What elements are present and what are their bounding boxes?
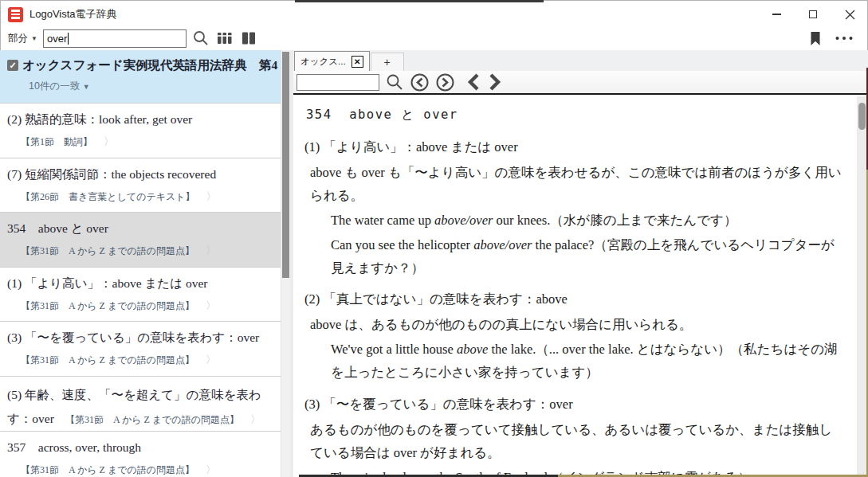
viewer-toolbar: [293, 71, 868, 95]
search-input[interactable]: over: [43, 29, 187, 48]
minimize-button[interactable]: [758, 2, 795, 26]
result-item[interactable]: (1) 「より高い」：above または over 【第31節 A から Z ま…: [0, 267, 290, 322]
match-count-dropdown[interactable]: 10件の一致 ▼: [29, 80, 279, 93]
scrollbar-thumb[interactable]: [282, 52, 289, 278]
maximize-button[interactable]: [795, 2, 831, 26]
results-header[interactable]: ✓ オックスフォード実例現代英語用法辞典 第4 10件の一致 ▼: [0, 50, 290, 103]
search-toolbar: 部分 ▼ over: [0, 26, 868, 50]
checkbox-checked-icon[interactable]: ✓: [7, 60, 18, 71]
app-window: LogoVista電子辞典 部分 ▼ over: [0, 0, 868, 477]
content-scrollbar[interactable]: [857, 96, 866, 475]
chevron-right-icon: 〉: [250, 413, 261, 425]
result-section: 【第1節 動詞】: [21, 136, 92, 147]
result-section: 【第31節 A から Z までの語の問題点】: [21, 245, 194, 256]
result-title: (3) 「〜を覆っている」の意味を表わす：over: [7, 328, 282, 347]
page-search-input[interactable]: [297, 74, 379, 91]
result-title: (2) 熟語的意味：look after, get over: [7, 110, 282, 129]
result-section: 【第26節 書き言葉としてのテキスト】: [21, 191, 195, 202]
scrollbar-thumb[interactable]: [858, 103, 866, 130]
split-view-icon[interactable]: [240, 30, 257, 46]
entry-heading: 354 above と over: [306, 104, 844, 126]
chevron-right-icon: 〉: [206, 244, 216, 256]
entry-subhead: (3) 「〜を覆っている」の意味を表わす：over: [304, 393, 844, 416]
result-section: 【第31節 A から Z までの語の問題点】: [21, 354, 194, 366]
chevron-down-icon: ▼: [31, 35, 37, 42]
entry-subhead: (1) 「より高い」：above または over: [304, 136, 844, 159]
next-entry-icon[interactable]: [487, 72, 503, 92]
viewer-panel: オックス... ✕ +: [293, 50, 868, 477]
entry-para: above は、あるものが他のものの真上にない場合に用いられる。: [310, 314, 844, 337]
result-title: 354 above と over: [7, 219, 282, 238]
results-list: (2) 熟語的意味：look after, get over 【第1節 動詞】〉…: [0, 103, 290, 477]
chevron-right-icon: 〉: [206, 299, 216, 311]
dictionary-title: オックスフォード実例現代英語用法辞典 第4: [22, 57, 277, 74]
main-area: ✓ オックスフォード実例現代英語用法辞典 第4 10件の一致 ▼ (2) 熟語的…: [0, 50, 868, 477]
search-value: over: [47, 33, 67, 45]
close-button[interactable]: [831, 2, 868, 26]
results-panel: ✓ オックスフォード実例現代英語用法辞典 第4 10件の一致 ▼ (2) 熟語的…: [0, 50, 293, 477]
chevron-right-icon: 〉: [206, 463, 216, 475]
result-item[interactable]: 357 across, over, through 【第31節 A から Z ま…: [0, 431, 290, 477]
entry-example: We've got a little house above the lake.…: [331, 338, 844, 385]
prev-entry-icon[interactable]: [465, 72, 481, 92]
tab-bar: オックス... ✕ +: [293, 50, 868, 71]
tab-dictionary[interactable]: オックス... ✕: [294, 51, 370, 71]
search-icon[interactable]: [192, 29, 210, 47]
window-controls: [758, 2, 868, 26]
chevron-right-icon: 〉: [206, 354, 216, 366]
entry-example: The water came up above/over our knees.（…: [331, 209, 844, 233]
toolbar-right: [809, 31, 868, 46]
entry-example: Can you see the helicopter above/over th…: [331, 234, 844, 280]
search-mode-dropdown[interactable]: 部分 ▼: [8, 32, 37, 45]
entry-para: あるものが他のものを覆っていて接触している、あるいは覆っているか、または接触して…: [310, 419, 844, 465]
desktop-sliver-top: [295, 0, 544, 2]
match-count-label: 10件の一致: [29, 80, 80, 92]
entry-para: above も over も「〜より高い」の意味を表わせるが、この意味では前者の…: [310, 162, 844, 208]
result-item[interactable]: (5) 年齢、速度、「〜を超えて」の意味を表わす：over 【第31節 A から…: [0, 376, 290, 431]
more-menu-icon[interactable]: [835, 36, 854, 41]
chevron-right-icon: 〉: [104, 135, 114, 147]
result-item[interactable]: (2) 熟語的意味：look after, get over 【第1節 動詞】〉: [0, 103, 290, 158]
search-mode-label: 部分: [8, 32, 28, 45]
close-tab-icon[interactable]: ✕: [352, 56, 363, 68]
results-scrollbar[interactable]: [281, 50, 290, 477]
result-title: 357 across, over, through: [7, 438, 282, 457]
app-logo-icon: [8, 7, 23, 22]
chevron-right-icon: 〉: [206, 190, 217, 202]
result-item[interactable]: 354 above と over 【第31節 A から Z までの語の問題点】〉: [0, 212, 290, 267]
result-title: (1) 「より高い」：above または over: [7, 274, 282, 293]
bookshelf-icon[interactable]: [215, 30, 234, 46]
result-section: 【第31節 A から Z までの語の問題点】: [21, 300, 194, 311]
chevron-down-icon: ▼: [83, 83, 90, 91]
bookmark-icon[interactable]: [809, 31, 822, 46]
entry-content: 354 above と over(1) 「より高い」：above または ove…: [293, 95, 868, 477]
result-section: 【第31節 A から Z までの語の問題点】: [65, 414, 239, 425]
window-title: LogoVista電子辞典: [29, 7, 117, 22]
page-search-icon[interactable]: [385, 72, 404, 92]
result-item[interactable]: (3) 「〜を覆っている」の意味を表わす：over 【第31節 A から Z ま…: [0, 321, 290, 376]
tab-label: オックス...: [300, 56, 346, 68]
entry-subhead: (2) 「真上ではない」の意味を表わす：above: [304, 288, 844, 311]
history-forward-icon[interactable]: [435, 72, 455, 92]
text-caret: [68, 33, 69, 45]
close-icon: [845, 10, 855, 20]
titlebar: LogoVista電子辞典: [0, 0, 868, 26]
new-tab-button[interactable]: +: [371, 53, 404, 71]
result-title: (7) 短縮関係詞節：the objects recovered: [7, 165, 282, 184]
result-section: 【第31節 A から Z までの語の問題点】: [21, 464, 194, 475]
history-back-icon[interactable]: [410, 72, 430, 92]
result-item[interactable]: (7) 短縮関係詞節：the objects recovered 【第26節 書…: [0, 158, 290, 213]
